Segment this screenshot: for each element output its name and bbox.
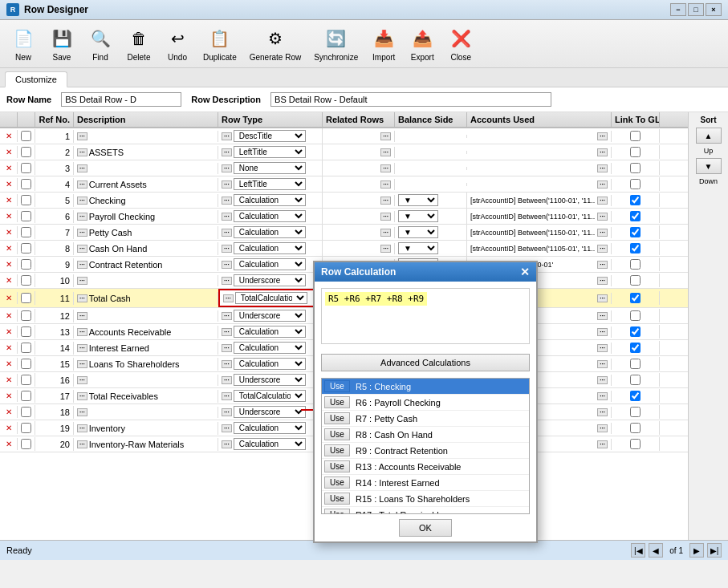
row-related-dots[interactable]: ··· [380, 148, 391, 156]
row-rowtype-dots[interactable]: ··· [222, 261, 232, 269]
row-rowtype-select[interactable]: Calculation [234, 358, 306, 370]
row-rowtype-select[interactable]: LeftTitle [234, 178, 306, 190]
row-accounts-dots[interactable]: ··· [597, 424, 608, 432]
row-accounts-dots[interactable]: ··· [597, 245, 608, 253]
row-delete-button[interactable]: ✕ [3, 359, 14, 368]
row-related-dots[interactable]: ··· [380, 180, 391, 189]
row-checkbox[interactable] [21, 179, 31, 189]
row-accounts-dots[interactable]: ··· [597, 213, 608, 221]
row-delete-button[interactable]: ✕ [3, 424, 14, 432]
row-rowtype-dots[interactable]: ··· [222, 229, 232, 237]
row-delete-button[interactable]: ✕ [3, 294, 14, 302]
row-rowtype-cell[interactable]: ··· Calculation [218, 257, 323, 272]
row-rowtype-cell[interactable]: ··· Calculation [218, 209, 323, 224]
row-rowtype-select[interactable]: TotalCalculation [234, 390, 306, 402]
row-balance-select[interactable]: ▼ [398, 194, 438, 206]
row-checkbox[interactable] [21, 326, 31, 337]
row-link-checkbox[interactable] [630, 243, 641, 253]
row-checkbox[interactable] [21, 163, 31, 173]
nav-last-button[interactable]: ▶| [707, 543, 722, 558]
row-desc-dots[interactable]: ··· [77, 148, 87, 156]
row-rowtype-dots[interactable]: ··· [222, 132, 232, 140]
row-rowtype-dots[interactable]: ··· [222, 376, 232, 384]
row-accounts-dots[interactable]: ··· [597, 148, 608, 156]
row-accounts-dots[interactable]: ··· [597, 376, 608, 384]
row-rowtype-select[interactable]: Calculation [234, 342, 306, 354]
row-desc-input[interactable] [270, 92, 551, 107]
row-rowtype-cell[interactable]: ··· None [218, 160, 323, 176]
row-rowtype-select[interactable]: TotalCalculation [235, 292, 307, 304]
popup-use-button[interactable]: Use [324, 493, 350, 505]
row-rowtype-dots[interactable]: ··· [222, 164, 232, 172]
row-checkbox[interactable] [21, 195, 31, 205]
row-checkbox[interactable] [21, 423, 31, 433]
row-accounts-dots[interactable]: ··· [597, 294, 608, 302]
row-delete-button[interactable]: ✕ [3, 244, 14, 253]
row-delete-button[interactable]: ✕ [3, 375, 14, 384]
row-rowtype-dots[interactable]: ··· [222, 213, 232, 221]
row-delete-button[interactable]: ✕ [3, 311, 14, 320]
row-rowtype-select[interactable]: Calculation [234, 326, 306, 338]
row-checkbox[interactable] [21, 359, 31, 369]
row-link-checkbox[interactable] [630, 275, 641, 286]
row-related-dots[interactable]: ··· [380, 213, 391, 221]
row-rowtype-dots[interactable]: ··· [222, 392, 232, 400]
delete-button[interactable]: 🗑Delete [120, 23, 157, 64]
row-desc-dots[interactable]: ··· [77, 164, 87, 172]
row-accounts-dots[interactable]: ··· [597, 132, 608, 140]
row-link-checkbox[interactable] [630, 407, 641, 417]
row-accounts-dots[interactable]: ··· [597, 392, 608, 400]
row-link-checkbox[interactable] [630, 259, 641, 270]
row-link-checkbox[interactable] [630, 423, 641, 433]
row-rowtype-dots[interactable]: ··· [222, 360, 232, 368]
popup-use-button[interactable]: Use [324, 476, 350, 489]
popup-use-button[interactable]: Use [324, 460, 350, 472]
row-rowtype-dots[interactable]: ··· [222, 148, 232, 156]
row-desc-dots[interactable]: ··· [77, 376, 87, 384]
row-rowtype-select[interactable]: Calculation [234, 226, 306, 238]
row-delete-button[interactable]: ✕ [3, 228, 14, 237]
row-rowtype-select[interactable]: Underscore [234, 374, 306, 386]
row-desc-dots[interactable]: ··· [77, 261, 87, 269]
duplicate-button[interactable]: 📋Duplicate [197, 23, 242, 64]
minimize-button[interactable]: − [670, 3, 686, 16]
row-rowtype-select[interactable]: Underscore [234, 274, 306, 286]
row-rowtype-select[interactable]: Calculation [234, 422, 306, 434]
row-rowtype-dots[interactable]: ··· [222, 344, 232, 352]
undo-button[interactable]: ↩Undo [159, 23, 196, 64]
synchronize-button[interactable]: 🔄Synchronize [308, 23, 364, 64]
row-rowtype-cell[interactable]: ··· Calculation [218, 340, 323, 355]
row-link-checkbox[interactable] [630, 310, 641, 321]
row-desc-dots[interactable]: ··· [77, 197, 87, 205]
row-rowtype-dots[interactable]: ··· [222, 197, 232, 205]
row-link-checkbox[interactable] [630, 359, 641, 369]
row-rowtype-dots[interactable]: ··· [222, 312, 232, 320]
row-delete-button[interactable]: ✕ [3, 132, 14, 140]
save-button[interactable]: 💾Save [43, 23, 80, 64]
row-rowtype-cell[interactable]: ··· Underscore [218, 308, 323, 323]
row-link-checkbox[interactable] [630, 227, 641, 237]
row-balance-select[interactable]: ▼ [398, 210, 438, 222]
row-rowtype-select[interactable]: Underscore [234, 310, 306, 322]
row-related-dots[interactable]: ··· [380, 132, 391, 140]
sort-down-button[interactable]: ▼ [696, 158, 722, 174]
row-rowtype-dots[interactable]: ··· [223, 294, 234, 302]
row-link-checkbox[interactable] [630, 391, 641, 401]
row-delete-button[interactable]: ✕ [3, 343, 14, 352]
row-link-checkbox[interactable] [630, 131, 641, 141]
advanced-calculations-button[interactable]: Advanced Calculations [321, 354, 530, 371]
row-related-dots[interactable]: ··· [380, 229, 391, 237]
close-window-button[interactable]: × [706, 3, 722, 16]
row-accounts-dots[interactable]: ··· [597, 197, 608, 205]
row-related-dots[interactable]: ··· [380, 197, 391, 205]
popup-use-button[interactable]: Use [324, 380, 350, 392]
row-delete-button[interactable]: ✕ [3, 260, 14, 269]
row-rowtype-cell[interactable]: ··· TotalCalculation [218, 388, 323, 403]
row-desc-dots[interactable]: ··· [77, 360, 87, 368]
row-desc-dots[interactable]: ··· [77, 312, 87, 320]
row-checkbox[interactable] [21, 131, 31, 141]
row-balance-select[interactable]: ▼ [398, 242, 438, 254]
popup-formula-area[interactable]: R5 +R6 +R7 +R8 +R9 [321, 288, 530, 344]
popup-use-button[interactable]: Use [324, 412, 350, 424]
maximize-button[interactable]: □ [688, 3, 704, 16]
